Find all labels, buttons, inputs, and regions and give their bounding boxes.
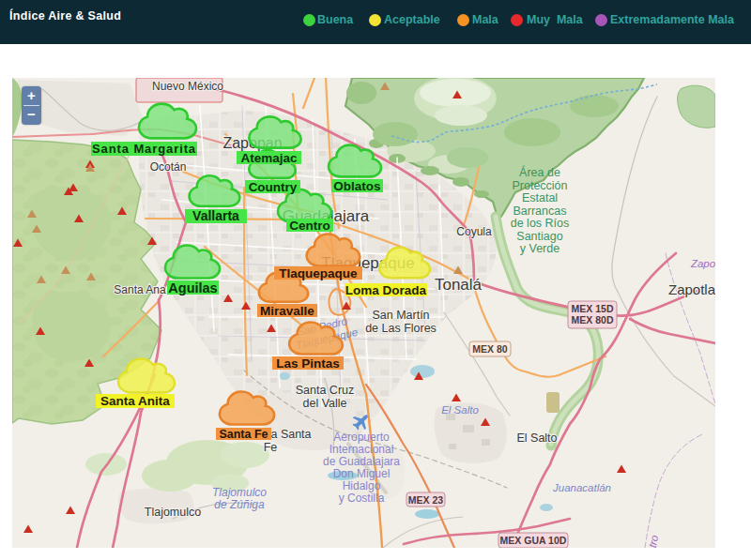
svg-text:MEX 23: MEX 23 [408,494,444,506]
svg-text:de Zúñiga: de Zúñiga [214,498,265,511]
svg-text:del Valle: del Valle [302,397,346,410]
svg-text:Centro: Centro [289,219,330,233]
svg-text:y Costilla: y Costilla [339,492,385,505]
svg-text:MEX 15D: MEX 15D [572,303,614,314]
svg-text:MEX GUA 10D: MEX GUA 10D [500,535,567,546]
svg-text:Estatal: Estatal [522,191,558,204]
svg-text:Hidalgo: Hidalgo [343,479,381,492]
svg-text:Tlaquepaque: Tlaquepaque [279,266,358,280]
svg-text:Santa Anita: Santa Anita [100,394,170,408]
svg-text:Santa Fe: Santa Fe [219,428,268,441]
svg-text:Oblatos: Oblatos [333,179,380,193]
svg-text:Tonalá: Tonalá [435,276,483,294]
svg-text:Aeropuerto: Aeropuerto [333,431,390,444]
svg-text:Juanacatlán: Juanacatlán [552,482,611,493]
svg-text:Vallarta: Vallarta [192,208,239,223]
svg-text:Loma Dorada: Loma Dorada [345,283,427,297]
svg-text:Aguilas: Aguilas [168,280,217,295]
svg-text:El Salto: El Salto [516,431,557,445]
svg-text:MEX 80D: MEX 80D [572,314,614,325]
svg-text:Tlajomulco: Tlajomulco [212,486,267,499]
svg-text:Zapo: Zapo [690,258,715,269]
svg-text:de Las Flores: de Las Flores [365,322,437,335]
svg-text:Coyula: Coyula [456,225,492,238]
svg-text:a Santa: a Santa [270,428,311,441]
svg-text:Santiago: Santiago [516,230,562,243]
svg-text:Don Miguel: Don Miguel [333,467,391,480]
svg-text:Miravalle: Miravalle [260,304,314,318]
svg-text:El Salto: El Salto [441,404,479,416]
svg-text:Santa Margarita: Santa Margarita [92,142,196,156]
svg-text:Atemajac: Atemajac [240,151,298,165]
svg-text:y Verde: y Verde [520,242,559,255]
svg-text:Protección: Protección [512,179,567,192]
svg-text:Fe: Fe [264,441,278,454]
svg-text:Internacional: Internacional [330,443,394,456]
svg-text:Zapotlane: Zapotlane [668,281,715,297]
svg-text:Santa Ana: Santa Ana [114,283,166,296]
svg-text:Country: Country [249,180,298,194]
svg-text:de Guadalajara: de Guadalajara [323,455,400,468]
svg-text:Tlajomulco: Tlajomulco [145,506,201,519]
svg-text:Barrancas: Barrancas [513,204,567,218]
svg-text:Las Pintas: Las Pintas [276,356,340,371]
svg-text:Santa Cruz: Santa Cruz [296,384,355,397]
svg-text:de los Ríos: de los Ríos [511,217,570,230]
svg-text:San Martín: San Martín [372,309,429,322]
svg-text:Ocotán: Ocotán [150,160,187,174]
svg-text:MEX 80: MEX 80 [472,343,508,355]
svg-text:Nuevo México: Nuevo México [152,80,223,93]
svg-text:Área de: Área de [519,165,560,179]
